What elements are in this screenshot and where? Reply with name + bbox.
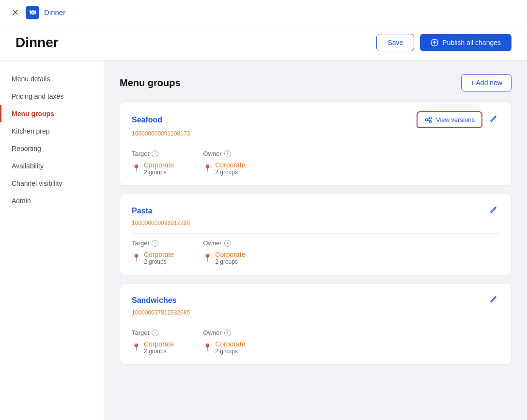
target-text-seafood: Corporate 2 groups	[144, 161, 174, 176]
target-value-pasta: 📍 Corporate 2 groups	[132, 251, 174, 265]
menu-group-card-sandwiches: Sandwiches 100000037812932685 Target	[120, 283, 512, 365]
sidebar-item-admin[interactable]: Admin	[0, 192, 104, 210]
card-header-sandwiches: Sandwiches	[132, 293, 499, 307]
versions-icon	[424, 116, 433, 124]
location-pin-icon-sandwiches: 📍	[132, 343, 141, 352]
card-header-seafood: Seafood View versions	[132, 111, 499, 128]
target-label-sandwiches: Target i	[132, 329, 174, 336]
card-actions-pasta	[487, 204, 499, 218]
owner-text-pasta: Corporate 2 groups	[215, 251, 245, 265]
target-value-sandwiches: 📍 Corporate 2 groups	[132, 340, 174, 355]
close-icon: ✕	[12, 8, 19, 17]
owner-field-sandwiches: Owner i 📍 Corporate 2 groups	[203, 329, 245, 355]
group-id-sandwiches: 100000037812932685	[132, 309, 499, 316]
owner-text-sandwiches: Corporate 2 groups	[215, 340, 245, 355]
owner-info-icon-sandwiches: i	[224, 330, 231, 336]
svg-point-2	[429, 117, 432, 119]
target-label-seafood: Target i	[132, 150, 174, 157]
owner-info-icon-pasta: i	[224, 240, 231, 247]
owner-value-sandwiches: 📍 Corporate 2 groups	[203, 340, 245, 355]
edit-button-seafood[interactable]	[487, 113, 499, 127]
owner-value-pasta: 📍 Corporate 2 groups	[203, 251, 245, 265]
owner-field-pasta: Owner i 📍 Corporate 2 groups	[203, 240, 245, 265]
section-header: Menu groups + Add new	[120, 74, 512, 91]
svg-point-1	[425, 119, 428, 121]
group-id-seafood: 100000000091108173	[132, 130, 499, 137]
card-fields-seafood: Target i 📍 Corporate 2 groups Owner	[132, 150, 499, 176]
target-field-pasta: Target i 📍 Corporate 2 groups	[132, 240, 174, 265]
owner-pin-icon-sandwiches: 📍	[203, 343, 212, 352]
save-button[interactable]: Save	[376, 34, 414, 51]
group-id-pasta: 100000000098917290	[132, 220, 499, 226]
owner-label-seafood: Owner i	[203, 150, 245, 157]
target-text-pasta: Corporate 2 groups	[144, 251, 174, 265]
sidebar-item-reporting[interactable]: Reporting	[0, 140, 104, 157]
edit-icon	[489, 115, 497, 123]
menu-group-card-seafood: Seafood View versions	[120, 101, 512, 186]
target-info-icon: i	[152, 150, 158, 157]
owner-label-pasta: Owner i	[203, 240, 245, 247]
card-fields-pasta: Target i 📍 Corporate 2 groups Owner	[132, 240, 499, 265]
target-value-seafood: 📍 Corporate 2 groups	[132, 161, 174, 176]
group-name-sandwiches[interactable]: Sandwiches	[132, 296, 176, 305]
sidebar: Menu details Pricing and taxes Menu grou…	[0, 60, 104, 420]
owner-label-sandwiches: Owner i	[203, 329, 245, 336]
edit-button-sandwiches[interactable]	[487, 293, 499, 307]
publish-button[interactable]: Publish all changes	[420, 34, 512, 51]
target-info-icon-sandwiches: i	[152, 330, 158, 336]
target-info-icon-pasta: i	[152, 240, 158, 247]
location-pin-icon-pasta: 📍	[132, 254, 141, 262]
card-fields-sandwiches: Target i 📍 Corporate 2 groups Owner	[132, 329, 499, 355]
card-actions-seafood: View versions	[417, 111, 499, 128]
sidebar-item-menu-groups[interactable]: Menu groups	[0, 105, 104, 122]
sidebar-item-kitchen-prep[interactable]: Kitchen prep	[0, 122, 104, 140]
target-field-sandwiches: Target i 📍 Corporate 2 groups	[132, 329, 174, 355]
owner-field-seafood: Owner i 📍 Corporate 2 groups	[203, 150, 245, 176]
owner-pin-icon-pasta: 📍	[203, 254, 212, 262]
close-button[interactable]: ✕	[10, 6, 21, 19]
svg-line-5	[428, 120, 429, 121]
page-title: Dinner	[16, 35, 59, 50]
topbar: ✕ 🍽 Dinner	[0, 0, 527, 25]
layout: Menu details Pricing and taxes Menu grou…	[0, 60, 527, 420]
publish-icon	[431, 39, 438, 46]
brand-icon: 🍽	[26, 6, 39, 19]
edit-button-pasta[interactable]	[487, 204, 499, 218]
location-pin-icon: 📍	[132, 164, 141, 173]
main-content: Menu groups + Add new Seafood	[104, 60, 527, 420]
owner-value-seafood: 📍 Corporate 2 groups	[203, 161, 245, 176]
menu-group-card-pasta: Pasta 100000000098917290 Target i	[120, 194, 512, 275]
sidebar-item-availability[interactable]: Availability	[0, 157, 104, 175]
svg-line-4	[428, 119, 429, 120]
edit-icon-pasta	[489, 206, 497, 214]
owner-pin-icon: 📍	[203, 164, 212, 173]
topbar-title: Dinner	[44, 8, 65, 16]
sidebar-item-channel-visibility[interactable]: Channel visibility	[0, 175, 104, 192]
owner-info-icon: i	[224, 150, 231, 157]
page-header: Dinner Save Publish all changes	[0, 25, 527, 60]
header-actions: Save Publish all changes	[376, 34, 512, 51]
sidebar-item-menu-details[interactable]: Menu details	[0, 70, 104, 88]
add-new-button[interactable]: + Add new	[461, 74, 512, 91]
edit-icon-sandwiches	[489, 295, 497, 303]
owner-text-seafood: Corporate 2 groups	[215, 161, 245, 176]
card-actions-sandwiches	[487, 293, 499, 307]
section-title: Menu groups	[120, 77, 181, 89]
group-name-pasta[interactable]: Pasta	[132, 207, 153, 215]
target-label-pasta: Target i	[132, 240, 174, 247]
sidebar-item-pricing-taxes[interactable]: Pricing and taxes	[0, 88, 104, 105]
target-text-sandwiches: Corporate 2 groups	[144, 340, 174, 355]
group-name-seafood[interactable]: Seafood	[132, 116, 162, 124]
svg-point-3	[429, 120, 432, 123]
card-header-pasta: Pasta	[132, 204, 499, 218]
view-versions-button-seafood[interactable]: View versions	[417, 111, 482, 128]
target-field-seafood: Target i 📍 Corporate 2 groups	[132, 150, 174, 176]
